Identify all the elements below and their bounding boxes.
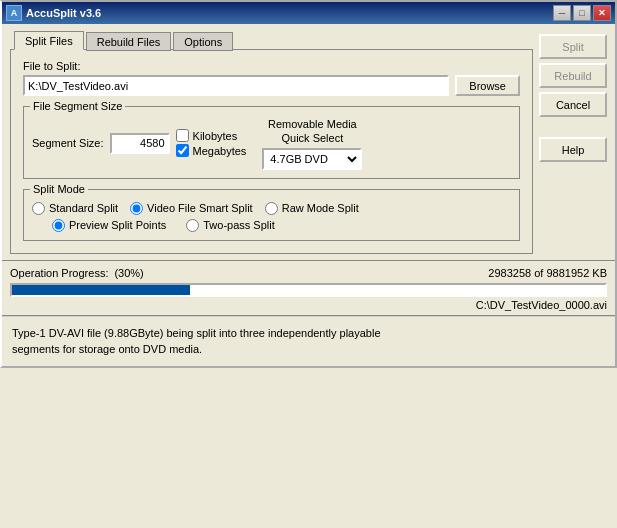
segment-size-input[interactable] [110, 133, 170, 154]
file-row: Browse [23, 75, 520, 96]
megabytes-label: Megabytes [193, 145, 247, 157]
two-pass-radio[interactable] [186, 219, 199, 232]
two-pass-item: Two-pass Split [186, 219, 275, 232]
minimize-button[interactable]: ─ [553, 5, 571, 21]
titlebar: A AccuSplit v3.6 ─ □ ✕ [2, 2, 615, 24]
progress-filename: C:\DV_TestVideo_0000.avi [10, 299, 607, 311]
standard-split-item: Standard Split [32, 202, 118, 215]
maximize-button[interactable]: □ [573, 5, 591, 21]
raw-mode-split-label: Raw Mode Split [282, 202, 359, 214]
segment-size-title: File Segment Size [30, 100, 125, 112]
segment-size-group: File Segment Size Segment Size: Kilobyte… [23, 106, 520, 179]
window-title: AccuSplit v3.6 [26, 7, 101, 19]
progress-percent: (30%) [114, 267, 143, 279]
app-icon: A [6, 5, 22, 21]
split-mode-row2: Preview Split Points Two-pass Split [52, 219, 511, 232]
megabytes-checkbox[interactable] [176, 144, 189, 157]
titlebar-buttons: ─ □ ✕ [553, 5, 611, 21]
tab-rebuild-files[interactable]: Rebuild Files [86, 32, 172, 51]
removable-media-col: Removable MediaQuick Select 4.7GB DVD [262, 117, 362, 170]
file-to-split-label: File to Split: [23, 60, 520, 72]
preview-split-radio[interactable] [52, 219, 65, 232]
tab-options[interactable]: Options [173, 32, 233, 51]
progress-bar-track [10, 283, 607, 297]
browse-button[interactable]: Browse [455, 75, 520, 96]
standard-split-radio[interactable] [32, 202, 45, 215]
file-input[interactable] [23, 75, 449, 96]
progress-bar-fill [12, 285, 190, 295]
segment-size-label: Segment Size: [32, 137, 104, 149]
progress-label-group: Operation Progress: (30%) [10, 267, 144, 279]
raw-mode-split-radio[interactable] [265, 202, 278, 215]
media-select[interactable]: 4.7GB DVD [262, 148, 362, 170]
unit-checkboxes: Kilobytes Megabytes [176, 129, 247, 157]
two-pass-label: Two-pass Split [203, 219, 275, 231]
preview-split-item: Preview Split Points [52, 219, 166, 232]
kilobytes-label: Kilobytes [193, 130, 238, 142]
cancel-button[interactable]: Cancel [539, 92, 607, 117]
video-smart-split-item: Video File Smart Split [130, 202, 253, 215]
progress-area: Operation Progress: (30%) 2983258 of 988… [2, 260, 615, 315]
right-panel: Split Rebuild Cancel Help [539, 30, 607, 254]
close-button[interactable]: ✕ [593, 5, 611, 21]
rebuild-button[interactable]: Rebuild [539, 63, 607, 88]
progress-numbers: 2983258 of 9881952 KB [488, 267, 607, 279]
titlebar-left: A AccuSplit v3.6 [6, 5, 101, 21]
split-button[interactable]: Split [539, 34, 607, 59]
preview-split-label: Preview Split Points [69, 219, 166, 231]
standard-split-label: Standard Split [49, 202, 118, 214]
removable-media-title: Removable MediaQuick Select [268, 117, 357, 146]
description-text: Type-1 DV-AVI file (9.88GByte) being spl… [12, 325, 605, 358]
window-body: Split Files Rebuild Files Options File t… [2, 24, 615, 260]
kilobytes-checkbox[interactable] [176, 129, 189, 142]
megabytes-row: Megabytes [176, 144, 247, 157]
help-button[interactable]: Help [539, 137, 607, 162]
progress-label: Operation Progress: [10, 267, 108, 279]
kilobytes-row: Kilobytes [176, 129, 247, 142]
progress-row: Operation Progress: (30%) 2983258 of 988… [10, 267, 607, 279]
video-smart-split-radio[interactable] [130, 202, 143, 215]
window: A AccuSplit v3.6 ─ □ ✕ Split Files Rebui… [0, 0, 617, 368]
tab-content: File to Split: Browse File Segment Size … [10, 49, 533, 254]
left-panel: Split Files Rebuild Files Options File t… [10, 30, 533, 254]
tab-split-files[interactable]: Split Files [14, 31, 84, 50]
video-smart-split-label: Video File Smart Split [147, 202, 253, 214]
split-mode-group: Split Mode Standard Split Video File Sma… [23, 189, 520, 241]
segment-row: Segment Size: Kilobytes Megabytes [32, 117, 511, 170]
tab-bar: Split Files Rebuild Files Options [10, 30, 533, 49]
description-area: Type-1 DV-AVI file (9.88GByte) being spl… [2, 316, 615, 366]
split-mode-row1: Standard Split Video File Smart Split Ra… [32, 202, 511, 215]
split-mode-title: Split Mode [30, 183, 88, 195]
raw-mode-split-item: Raw Mode Split [265, 202, 359, 215]
